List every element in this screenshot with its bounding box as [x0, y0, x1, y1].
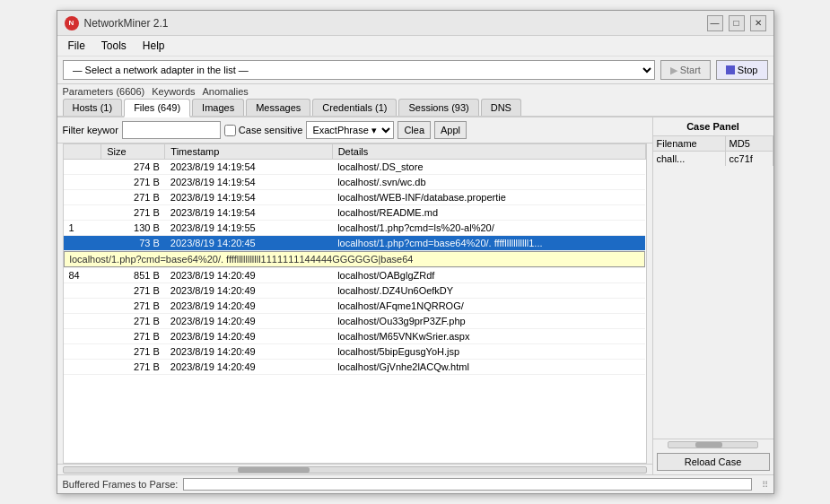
tooltip-popup: localhost/1.php?cmd=base64%20/. ffffllll… [64, 251, 646, 267]
table-header-row: Size Timestamp Details [64, 144, 646, 160]
case-scrollbar-thumb[interactable] [695, 442, 722, 448]
close-button[interactable]: ✕ [750, 15, 766, 31]
match-type-select[interactable]: ExactPhrase ▾ [306, 121, 394, 139]
table-row[interactable]: 274 B2023/8/19 14:19:54localhost/.DS_sto… [64, 160, 646, 175]
params-row: Parameters (6606) Keywords Anomalies [57, 84, 773, 99]
table-row[interactable]: 73 B2023/8/19 14:20:45localhost/1.php?cm… [64, 236, 646, 251]
main-window: N NetworkMiner 2.1 — □ ✕ File Tools Help… [57, 10, 774, 494]
filter-label: Filter keywor [63, 125, 118, 135]
params-item-2[interactable]: Anomalies [203, 86, 249, 97]
menu-bar: File Tools Help [57, 36, 773, 56]
title-bar: N NetworkMiner 2.1 — □ ✕ [57, 11, 773, 36]
case-col-filename: Filename [653, 136, 726, 152]
case-table-row[interactable]: chall...cc71f [653, 152, 773, 167]
minimize-button[interactable]: — [707, 15, 723, 31]
table-row[interactable]: 271 B2023/8/19 14:20:49localhost/Ou33g9p… [64, 314, 646, 329]
tab-hosts[interactable]: Hosts (1) [63, 99, 123, 116]
table-row[interactable]: 271 B2023/8/19 14:20:49localhost/AFqme1N… [64, 299, 646, 314]
table-row[interactable]: 271 B2023/8/19 14:19:54localhost/README.… [64, 205, 646, 221]
table-row[interactable]: 271 B2023/8/19 14:19:54localhost/WEB-INF… [64, 190, 646, 205]
app-icon: N [65, 16, 79, 30]
stop-icon [726, 65, 735, 74]
title-bar-left: N NetworkMiner 2.1 [65, 16, 169, 30]
tab-sessions[interactable]: Sessions (93) [398, 99, 478, 116]
filter-input[interactable] [122, 121, 221, 139]
case-table: Filename MD5 chall...cc71f [653, 136, 773, 167]
reload-case-button[interactable]: Reload Case [657, 453, 770, 471]
status-label: Buffered Frames to Parse: [63, 479, 179, 490]
left-panel: Filter keywor Case sensitive ExactPhrase… [57, 117, 652, 474]
adapter-select[interactable]: — Select a network adapter in the list — [63, 60, 655, 80]
filter-bar: Filter keywor Case sensitive ExactPhrase… [57, 117, 652, 143]
case-panel: Case Panel Filename MD5 chall...cc71f [652, 117, 773, 474]
stop-button[interactable]: Stop [716, 60, 768, 80]
table-row[interactable]: 1130 B2023/8/19 14:19:55localhost/1.php?… [64, 221, 646, 236]
h-scrollbar[interactable] [63, 466, 647, 474]
h-scrollbar-thumb[interactable] [238, 467, 310, 473]
col-num [64, 144, 101, 160]
files-table: Size Timestamp Details 274 B2023/8/19 14… [64, 144, 646, 375]
menu-file[interactable]: File [61, 38, 92, 54]
start-button[interactable]: ▶ Start [660, 60, 711, 80]
col-timestamp: Timestamp [165, 144, 332, 160]
case-sensitive-checkbox[interactable] [224, 125, 236, 136]
status-bar: Buffered Frames to Parse: ⠿ [57, 474, 773, 493]
case-table-container: Filename MD5 chall...cc71f [653, 136, 773, 439]
menu-help[interactable]: Help [135, 38, 172, 54]
table-row[interactable]: 84851 B2023/8/19 14:20:49localhost/OABgl… [64, 268, 646, 283]
col-details: Details [332, 144, 645, 160]
case-panel-title: Case Panel [653, 117, 773, 136]
files-table-container: Size Timestamp Details 274 B2023/8/19 14… [63, 143, 647, 464]
scrollbar-area [57, 464, 652, 474]
menu-tools[interactable]: Tools [94, 38, 134, 54]
case-table-header: Filename MD5 [653, 136, 773, 152]
tab-messages[interactable]: Messages [246, 99, 310, 116]
case-sensitive-label: Case sensitive [224, 125, 303, 136]
tab-dns[interactable]: DNS [481, 99, 521, 116]
col-size: Size [101, 144, 165, 160]
tab-credentials[interactable]: Credentials (1) [312, 99, 397, 116]
table-row[interactable]: 271 B2023/8/19 14:20:49localhost/GjVnhe2… [64, 360, 646, 375]
clear-button[interactable]: Clea [398, 121, 431, 139]
tab-images[interactable]: Images [192, 99, 244, 116]
start-icon: ▶ [670, 65, 677, 76]
apply-button[interactable]: Appl [434, 121, 467, 139]
tabs-row: Hosts (1) Files (649) Images Messages Cr… [57, 99, 773, 117]
params-item-0[interactable]: Parameters (6606) [63, 86, 145, 97]
main-area: Filter keywor Case sensitive ExactPhrase… [57, 117, 773, 474]
case-scrollbar[interactable] [668, 441, 758, 448]
table-row[interactable]: 271 B2023/8/19 14:20:49localhost/5bipEgu… [64, 344, 646, 360]
table-row[interactable]: 271 B2023/8/19 14:20:49localhost/.DZ4Un6… [64, 283, 646, 299]
params-item-1[interactable]: Keywords [152, 86, 195, 97]
tab-files[interactable]: Files (649) [124, 99, 190, 117]
resize-handle[interactable]: ⠿ [757, 480, 768, 491]
window-title: NetworkMiner 2.1 [84, 17, 169, 30]
toolbar: — Select a network adapter in the list —… [57, 56, 773, 84]
tooltip-row: localhost/1.php?cmd=base64%20/. ffffllll… [64, 251, 646, 268]
status-progress [183, 478, 751, 491]
case-col-md5: MD5 [725, 136, 773, 152]
maximize-button[interactable]: □ [729, 15, 745, 31]
table-row[interactable]: 271 B2023/8/19 14:20:49localhost/M65VNKw… [64, 329, 646, 344]
window-controls: — □ ✕ [707, 15, 766, 31]
table-row[interactable]: 271 B2023/8/19 14:19:54localhost/.svn/wc… [64, 175, 646, 190]
